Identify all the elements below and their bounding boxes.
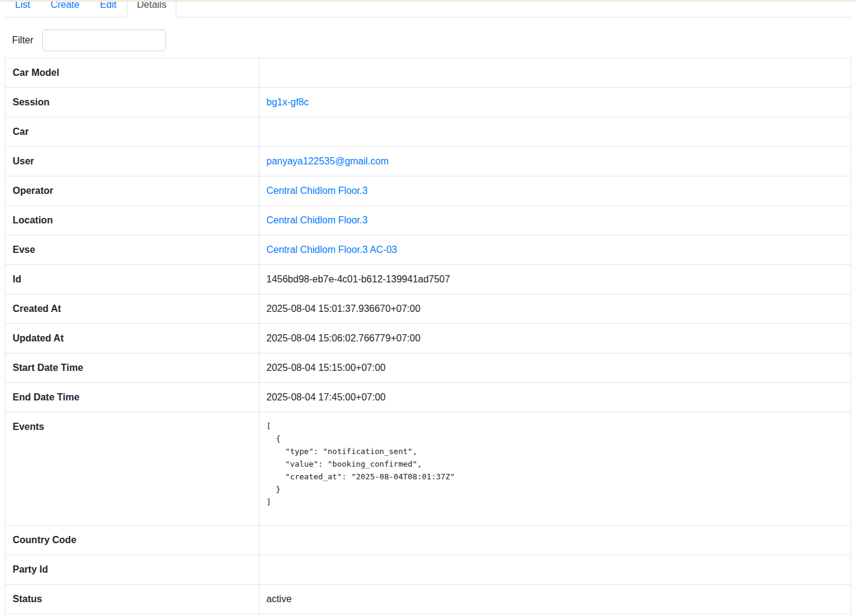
row-value-cell: bg1x-gf8c (259, 88, 851, 117)
row-label-cell: Party Id (5, 555, 259, 585)
row-label: Party Id (13, 564, 48, 574)
row-value-cell (259, 555, 851, 585)
tab-list[interactable]: List (5, 0, 40, 17)
row-value-text: active (267, 594, 292, 604)
row-value-cell: [ { "type": "notification_sent", "value"… (259, 412, 851, 526)
row-label-cell: Updated At (5, 324, 259, 353)
row-label: Status (13, 594, 42, 604)
details-row-created-at: Created At2025-08-04 15:01:37.936670+07:… (5, 294, 851, 324)
view-tabs-list: ListCreateEditDetails (5, 0, 851, 17)
tab-item-edit: Edit (90, 0, 127, 17)
row-label: Session (13, 97, 49, 107)
row-label: Created At (13, 303, 61, 314)
details-row-status: Statusactive (5, 585, 851, 614)
row-label-cell: Created At (5, 294, 259, 324)
row-value-link[interactable]: Central Chidlom Floor.3 (267, 215, 368, 225)
row-value-text: 2025-08-04 15:01:37.936670+07:00 (267, 303, 421, 314)
row-value-cell: 2025-08-04 15:15:00+07:00 (259, 353, 851, 383)
row-value-cell (259, 117, 851, 147)
details-row-party-id: Party Id (5, 555, 851, 585)
view-tabs: ListCreateEditDetails (5, 0, 851, 17)
row-label: Country Code (13, 535, 76, 545)
row-value-cell: Central Chidlom Floor.3 AC-03 (259, 235, 851, 265)
details-row-start-date-time: Start Date Time2025-08-04 15:15:00+07:00 (5, 353, 851, 383)
events-json: [ { "type": "notification_sent", "value"… (267, 420, 844, 508)
row-label: Start Date Time (13, 362, 83, 373)
details-row-car: Car (5, 117, 851, 147)
tab-item-create: Create (40, 0, 90, 17)
filter-bar: Filter (12, 30, 851, 51)
row-value-link[interactable]: panyaya122535@gmail.com (267, 156, 389, 166)
row-label-cell: Operator (5, 176, 259, 206)
details-row-events: Events[ { "type": "notification_sent", "… (5, 412, 851, 526)
details-row-car-model: Car Model (5, 58, 851, 88)
row-label: Events (13, 422, 44, 432)
details-table: Car ModelSessionbg1x-gf8cCarUserpanyaya1… (5, 58, 851, 614)
row-label-cell: Id (5, 265, 259, 294)
details-row-updated-at: Updated At2025-08-04 15:06:02.766779+07:… (5, 324, 851, 353)
details-row-evse: EvseCentral Chidlom Floor.3 AC-03 (5, 235, 851, 265)
row-value-link[interactable]: Central Chidlom Floor.3 AC-03 (267, 244, 397, 255)
row-label: Operator (13, 185, 54, 196)
row-value-cell (259, 526, 851, 555)
row-label-cell: Events (5, 412, 259, 526)
details-row-user: Userpanyaya122535@gmail.com (5, 147, 851, 176)
row-value-text: 2025-08-04 17:45:00+07:00 (267, 392, 386, 402)
row-label-cell: Evse (5, 235, 259, 265)
details-row-session: Sessionbg1x-gf8c (5, 88, 851, 117)
row-label: Id (13, 274, 21, 284)
row-label: Location (13, 215, 53, 225)
row-label-cell: Session (5, 88, 259, 117)
details-row-id: Id1456bd98-eb7e-4c01-b612-139941ad7507 (5, 265, 851, 294)
row-value-cell: 2025-08-04 15:01:37.936670+07:00 (259, 294, 851, 324)
details-row-location: LocationCentral Chidlom Floor.3 (5, 206, 851, 235)
tab-create[interactable]: Create (40, 0, 90, 17)
row-label-cell: Car Model (5, 58, 259, 88)
row-value-cell: Central Chidlom Floor.3 (259, 176, 851, 206)
details-table-body: Car ModelSessionbg1x-gf8cCarUserpanyaya1… (5, 58, 851, 614)
row-label-cell: User (5, 147, 259, 176)
details-row-country-code: Country Code (5, 526, 851, 555)
row-value-link[interactable]: Central Chidlom Floor.3 (267, 185, 368, 196)
row-label-cell: Country Code (5, 526, 259, 555)
row-label: End Date Time (13, 392, 79, 402)
row-label: Evse (13, 244, 35, 255)
filter-label: Filter (12, 35, 34, 46)
row-value-text: 2025-08-04 15:06:02.766779+07:00 (267, 333, 421, 343)
row-label: Updated At (13, 333, 64, 343)
row-label-cell: End Date Time (5, 383, 259, 412)
row-value-cell: 2025-08-04 15:06:02.766779+07:00 (259, 324, 851, 353)
top-accent-strip (0, 0, 856, 2)
row-label: User (13, 156, 34, 166)
row-value-cell (259, 58, 851, 88)
tab-item-list: List (5, 0, 40, 17)
row-label: Car (13, 126, 29, 137)
row-label-cell: Status (5, 585, 259, 614)
row-label-cell: Start Date Time (5, 353, 259, 383)
row-value-cell: active (259, 585, 851, 614)
tab-edit[interactable]: Edit (90, 0, 127, 17)
row-value-cell: 2025-08-04 17:45:00+07:00 (259, 383, 851, 412)
details-row-operator: OperatorCentral Chidlom Floor.3 (5, 176, 851, 206)
row-value-cell: panyaya122535@gmail.com (259, 147, 851, 176)
row-value-text: 1456bd98-eb7e-4c01-b612-139941ad7507 (267, 274, 450, 284)
row-label: Car Model (13, 67, 59, 78)
filter-input[interactable] (42, 30, 166, 51)
row-value-text: 2025-08-04 15:15:00+07:00 (267, 362, 386, 373)
row-value-link[interactable]: bg1x-gf8c (267, 97, 309, 107)
row-value-cell: Central Chidlom Floor.3 (259, 206, 851, 235)
row-label-cell: Car (5, 117, 259, 147)
row-value-cell: 1456bd98-eb7e-4c01-b612-139941ad7507 (259, 265, 851, 294)
tab-details[interactable]: Details (127, 0, 177, 17)
row-label-cell: Location (5, 206, 259, 235)
details-row-end-date-time: End Date Time2025-08-04 17:45:00+07:00 (5, 383, 851, 412)
tab-item-details: Details (127, 0, 177, 17)
page-container: ListCreateEditDetails Filter Car ModelSe… (0, 0, 856, 614)
